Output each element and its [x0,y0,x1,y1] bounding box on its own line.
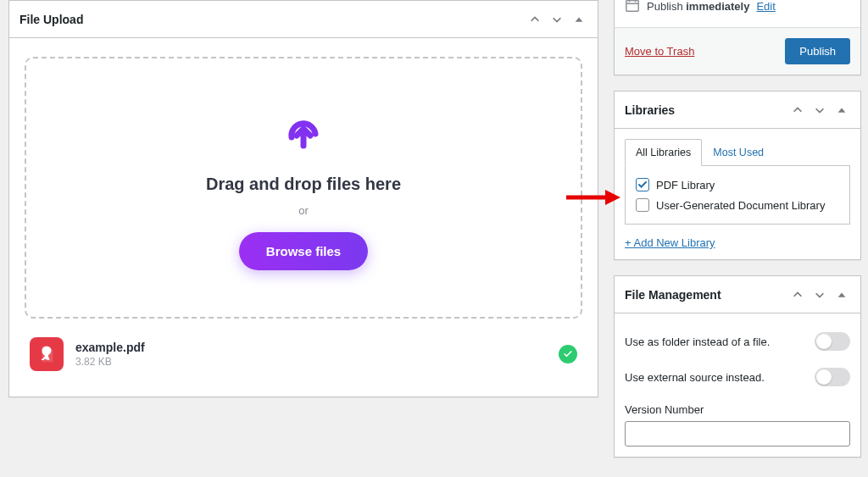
file-upload-panel: File Upload [8,0,598,397]
libraries-tabs: All Libraries Most Used [625,139,850,166]
libraries-title: Libraries [625,103,789,117]
caret-up-icon [836,289,848,301]
file-upload-header: File Upload [9,1,598,38]
move-down-button[interactable] [548,11,565,28]
file-upload-title: File Upload [19,13,526,26]
libraries-body: All Libraries Most Used PDF Library [615,129,860,259]
version-number-input[interactable] [625,421,850,446]
libraries-header: Libraries [615,92,860,129]
move-up-button[interactable] [789,286,806,303]
browse-files-button[interactable]: Browse files [239,232,368,270]
add-new-library-link[interactable]: + Add New Library [625,236,715,249]
tab-all-libraries[interactable]: All Libraries [625,139,702,166]
chevron-up-icon [529,14,541,25]
move-down-button[interactable] [811,102,828,119]
schedule-prefix: Publish [647,0,686,13]
library-item-user-generated[interactable]: User-Generated Document Library [634,195,841,215]
use-as-folder-row: Use as folder instead of a file. [625,324,850,359]
checkbox-unchecked-icon[interactable] [636,198,649,212]
version-number-label: Version Number [625,403,704,416]
chevron-down-icon [814,289,826,301]
use-as-folder-label: Use as folder instead of a file. [625,336,770,348]
publish-body: Publish immediately Edit Move to Trash P… [615,0,860,75]
checkbox-checked-icon[interactable] [636,178,649,191]
use-external-source-toggle[interactable] [815,368,850,386]
chevron-down-icon [814,104,826,116]
file-management-panel: File Management Use as folder instead of… [614,275,861,458]
edit-schedule-link[interactable]: Edit [756,0,775,13]
collapse-toggle[interactable] [833,102,850,119]
panel-handle-actions [526,11,587,28]
file-management-header: File Management [615,276,860,313]
caret-up-icon [573,14,585,25]
libraries-panel: Libraries All Libraries Most Used [614,91,861,260]
panel-handle-actions [789,102,850,119]
svg-rect-0 [626,1,638,12]
move-to-trash-link[interactable]: Move to Trash [625,45,694,58]
version-number-block: Version Number [625,395,850,446]
collapse-toggle[interactable] [570,11,587,28]
file-size: 3.82 KB [75,356,547,368]
dropzone-heading: Drag and drop files here [43,175,564,194]
file-upload-body: Drag and drop files here or Browse files… [9,38,598,397]
panel-handle-actions [789,286,850,303]
move-up-button[interactable] [526,11,543,28]
file-name: example.pdf [75,341,547,354]
chevron-up-icon [792,289,804,301]
pdf-icon [30,337,64,371]
file-meta: example.pdf 3.82 KB [75,341,547,368]
move-down-button[interactable] [811,286,828,303]
use-as-folder-toggle[interactable] [815,332,850,351]
dropzone-or-label: or [43,204,564,217]
library-item-pdf[interactable]: PDF Library [634,175,841,195]
collapse-toggle[interactable] [833,286,850,303]
publish-actions: Move to Trash Publish [615,27,860,75]
file-management-body: Use as folder instead of a file. Use ext… [615,313,860,457]
publish-schedule-row: Publish immediately Edit [625,0,850,15]
file-management-title: File Management [625,288,789,302]
schedule-value: immediately [686,0,749,13]
caret-up-icon [836,104,848,116]
cloud-upload-icon [276,105,331,159]
library-item-label: User-Generated Document Library [656,199,825,212]
move-up-button[interactable] [789,102,806,119]
tab-most-used[interactable]: Most Used [702,139,775,166]
libraries-checklist: PDF Library User-Generated Document Libr… [625,165,850,225]
use-external-source-row: Use external source instead. [625,359,850,395]
uploaded-file-row: example.pdf 3.82 KB [19,334,587,386]
use-external-source-label: Use external source instead. [625,371,765,384]
chevron-down-icon [551,14,563,25]
publish-button[interactable]: Publish [785,38,850,64]
publish-panel: Publish immediately Edit Move to Trash P… [614,0,861,75]
calendar-icon [625,0,640,15]
file-dropzone[interactable]: Drag and drop files here or Browse files [25,57,582,319]
publish-schedule-label: Publish immediately [647,0,749,13]
chevron-up-icon [792,104,804,116]
library-item-label: PDF Library [656,179,715,191]
upload-success-icon [559,345,577,363]
